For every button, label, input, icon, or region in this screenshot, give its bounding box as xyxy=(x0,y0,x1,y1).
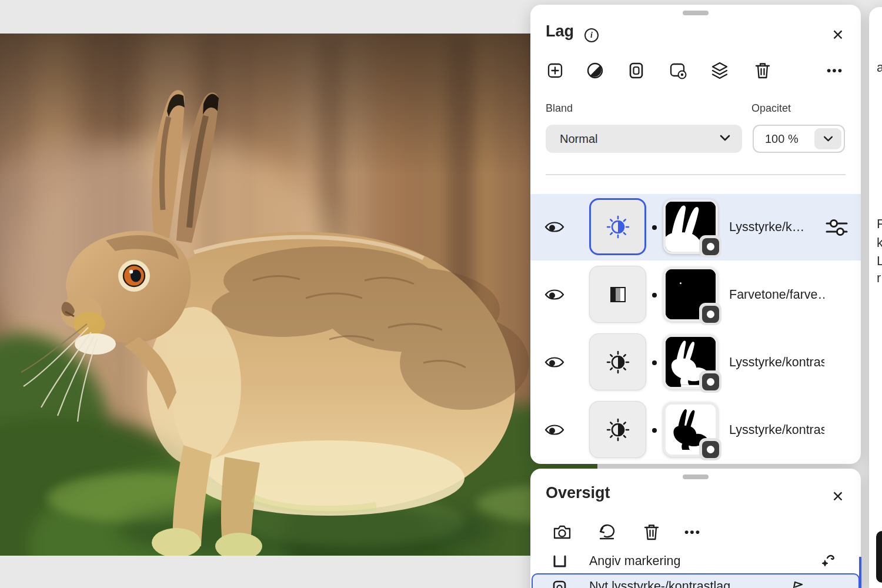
chevron-down-icon xyxy=(720,135,730,141)
history-item-nyt-lysstyrke-kontrastlag[interactable]: Nyt lysstyrke-/kontrastlag xyxy=(532,573,860,588)
adjustment-button[interactable] xyxy=(583,59,607,82)
mask-thumbnail[interactable] xyxy=(663,402,718,457)
adjust-settings-icon[interactable] xyxy=(824,218,849,238)
link-dot-icon xyxy=(652,293,657,298)
blend-mode-select[interactable]: Normal xyxy=(546,125,742,153)
photo-hare xyxy=(0,34,597,556)
undo-arrow-icon xyxy=(597,523,617,541)
opacity-value: 100 % xyxy=(765,132,799,146)
app-window: Lag i ✕ xyxy=(0,0,882,588)
revert-button[interactable] xyxy=(595,520,619,544)
layer-name: Lysstyrke/kontras… xyxy=(729,397,824,463)
snapshot-button[interactable] xyxy=(550,520,574,544)
more-options-button[interactable]: ••• xyxy=(823,59,847,82)
edge-text-fragment: k xyxy=(877,235,882,250)
adjustment-icon xyxy=(586,61,604,80)
adjustment-thumbnail[interactable] xyxy=(589,333,646,390)
mask-button[interactable] xyxy=(624,59,648,82)
camera-icon xyxy=(552,523,572,541)
image-canvas[interactable] xyxy=(0,34,597,556)
layer-row-lysstyrke-k[interactable]: Lysstyrke/k… xyxy=(530,194,861,260)
visibility-eye-icon[interactable] xyxy=(544,355,566,370)
trash-icon xyxy=(754,61,771,80)
layer-preview-icon xyxy=(668,61,688,80)
adjustment-thumbnail[interactable] xyxy=(589,401,646,458)
edge-panel: a P k L r xyxy=(869,7,882,588)
layers-panel-title: Lag xyxy=(546,22,574,41)
chevron-down-icon xyxy=(823,136,833,142)
visibility-eye-icon[interactable] xyxy=(544,287,566,303)
mask-badge-icon xyxy=(699,303,721,325)
visibility-eye-icon[interactable] xyxy=(544,219,566,235)
delete-snapshot-button[interactable] xyxy=(640,520,663,544)
history-item-label: Nyt lysstyrke-/kontrastlag xyxy=(589,579,730,588)
mask-icon xyxy=(627,61,646,80)
edge-text-fragment: a xyxy=(877,60,882,75)
layer-name: Farvetone/farve… xyxy=(729,262,824,328)
adjustment-layer-icon xyxy=(552,579,567,588)
flag-icon xyxy=(789,579,804,588)
opacity-label: Opacitet xyxy=(751,102,791,115)
opacity-control[interactable]: 100 % xyxy=(753,125,845,153)
layer-row-lysstyrke-kontrast-2[interactable]: Lysstyrke/kontras… xyxy=(530,397,861,463)
link-dot-icon xyxy=(652,225,657,230)
edge-text-fragment: L xyxy=(877,253,882,269)
stack-layers-button[interactable] xyxy=(708,59,731,82)
stack-layers-icon xyxy=(710,61,729,80)
panel-drag-handle[interactable] xyxy=(683,11,709,15)
panel-drag-handle[interactable] xyxy=(683,475,709,479)
layer-name: Lysstyrke/k… xyxy=(729,194,824,260)
mask-thumbnail[interactable] xyxy=(663,199,718,254)
hue-saturation-icon xyxy=(605,282,631,308)
blend-mode-value: Normal xyxy=(546,132,597,146)
mask-badge-icon xyxy=(699,235,721,258)
edge-image-thumbnail[interactable] xyxy=(876,531,882,583)
mask-badge-icon xyxy=(699,370,721,393)
mask-badge-icon xyxy=(699,438,721,460)
close-icon[interactable]: ✕ xyxy=(828,25,848,45)
opacity-dropdown-button[interactable] xyxy=(814,128,841,149)
add-layer-button[interactable] xyxy=(543,59,567,82)
close-icon[interactable]: ✕ xyxy=(828,486,848,506)
visibility-eye-icon[interactable] xyxy=(544,422,566,438)
layer-row-lysstyrke-kontrast-1[interactable]: Lysstyrke/kontrast 1 xyxy=(530,329,861,396)
marquee-selection-icon xyxy=(552,553,568,569)
adjustment-thumbnail[interactable] xyxy=(589,266,646,323)
more-icon: ••• xyxy=(684,520,701,544)
edge-text-fragment: P xyxy=(877,216,882,232)
link-dot-icon xyxy=(652,428,657,433)
layer-name: Lysstyrke/kontrast 1 xyxy=(729,329,824,396)
divider xyxy=(546,174,846,175)
select-subject-sparkle-icon xyxy=(820,552,838,570)
more-options-button[interactable]: ••• xyxy=(681,520,704,544)
overview-panel-title: Oversigt xyxy=(546,484,610,502)
layers-panel: Lag i ✕ xyxy=(530,5,861,464)
delete-layer-button[interactable] xyxy=(751,59,774,82)
overview-panel: Oversigt ✕ xyxy=(530,469,861,588)
brightness-contrast-icon xyxy=(604,349,632,376)
scrollbar[interactable] xyxy=(859,557,861,588)
edge-text-fragment: r xyxy=(877,270,881,286)
add-layer-icon xyxy=(546,61,564,80)
brightness-contrast-icon xyxy=(604,213,632,240)
layer-preview-button[interactable] xyxy=(666,59,690,82)
info-icon[interactable]: i xyxy=(584,28,599,42)
blend-label: Bland xyxy=(546,102,573,115)
link-dot-icon xyxy=(652,360,657,365)
brightness-contrast-icon xyxy=(604,416,632,443)
layer-row-farvetone[interactable]: Farvetone/farve… xyxy=(530,262,861,328)
mask-thumbnail[interactable] xyxy=(663,335,718,389)
history-item-angiv-markering[interactable]: Angiv markering xyxy=(530,547,861,575)
mask-thumbnail[interactable] xyxy=(663,267,718,322)
adjustment-thumbnail[interactable] xyxy=(589,198,646,255)
trash-icon xyxy=(643,523,660,542)
more-icon: ••• xyxy=(827,59,843,82)
history-item-label: Angiv markering xyxy=(589,547,680,575)
